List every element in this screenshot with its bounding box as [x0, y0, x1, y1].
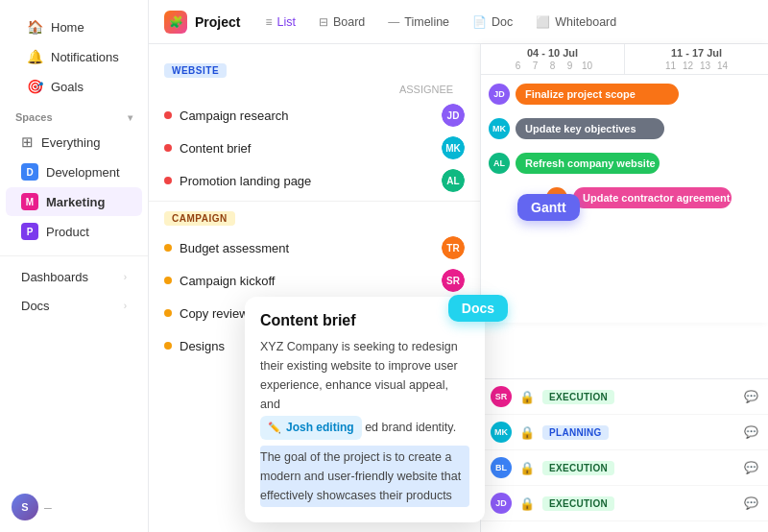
sidebar-bottom: Dashboards › Docs › — [0, 255, 148, 320]
avatar: JD — [489, 84, 510, 105]
docs-panel: Docs Content brief XYZ Company is seekin… — [245, 297, 485, 522]
status-badge: EXECUTION — [542, 390, 614, 404]
goals-icon: 🎯 — [27, 79, 43, 94]
avatar: BL — [491, 457, 512, 478]
week2-label: 11 - 17 Jul — [671, 47, 722, 59]
timeline-icon: — — [388, 15, 399, 29]
home-icon: 🏠 — [27, 19, 43, 35]
docs-panel-text: XYZ Company is seeking to redesign their… — [260, 337, 469, 507]
grid-icon: ⊞ — [21, 133, 34, 151]
project-icon: 🧩 — [164, 11, 187, 34]
spaces-section-label: Spaces ▾ — [0, 102, 148, 127]
board-icon: ⊟ — [319, 15, 328, 29]
priority-dot — [164, 111, 172, 119]
tab-doc[interactable]: 📄 Doc — [463, 11, 522, 34]
avatar: TR — [442, 236, 465, 259]
comment-icon: 💬 — [744, 461, 758, 474]
sidebar-item-docs[interactable]: Docs › — [6, 292, 142, 320]
task-row[interactable]: Campaign kickoff SR — [149, 264, 480, 297]
sidebar: 🏠 Home 🔔 Notifications 🎯 Goals Spaces ▾ … — [0, 0, 149, 532]
gantt-bar: Finalize project scope — [516, 84, 679, 105]
status-badge: EXECUTION — [542, 461, 614, 475]
sidebar-item-marketing[interactable]: M Marketing — [6, 187, 142, 216]
whiteboard-icon: ⬜ — [536, 15, 550, 29]
task-row[interactable]: Promotion landing page AL — [149, 164, 480, 197]
development-icon: D — [21, 163, 38, 181]
top-nav: 🧩 Project ≡ List ⊟ Board — Timeline 📄 Do… — [149, 0, 768, 44]
josh-editing-badge: ✏️ Josh editing — [260, 416, 362, 440]
list-icon: ≡ — [265, 15, 272, 29]
status-row: BL 🔒 EXECUTION 💬 — [481, 450, 768, 486]
priority-dot — [164, 177, 172, 184]
docs-panel-title: Content brief — [260, 312, 469, 329]
column-headers: ASSIGNEE — [149, 84, 480, 99]
pencil-icon: ✏️ — [268, 420, 281, 437]
tab-timeline[interactable]: — Timeline — [378, 11, 459, 34]
avatar: SR — [442, 269, 465, 292]
avatar: MK — [491, 422, 512, 443]
tab-whiteboard[interactable]: ⬜ Whiteboard — [526, 11, 626, 34]
gantt-bar: Update contractor agreement — [573, 187, 732, 208]
sidebar-item-notifications[interactable]: 🔔 Notifications — [12, 42, 136, 71]
gantt-rows: JD Finalize project scope MK Update key … — [481, 75, 768, 217]
status-row: SR 🔒 EXECUTION 💬 — [481, 379, 768, 415]
priority-dot — [164, 244, 172, 252]
tab-board[interactable]: ⊟ Board — [309, 11, 374, 34]
gantt-header: 04 - 10 Jul 6 7 8 9 10 11 - 17 Jul 11 12… — [481, 44, 768, 75]
task-row[interactable]: Campaign research JD — [149, 99, 480, 132]
lock-icon: 🔒 — [519, 461, 535, 475]
avatar: JD — [491, 493, 512, 514]
tab-list[interactable]: ≡ List — [255, 11, 304, 34]
user-avatar-area[interactable]: S – — [12, 494, 52, 520]
bell-icon: 🔔 — [27, 49, 43, 64]
task-row[interactable]: Content brief MK — [149, 132, 480, 164]
status-row: MK 🔒 PLANNING 💬 — [481, 415, 768, 450]
avatar: JD — [442, 104, 465, 127]
highlighted-text: The goal of the project is to create a m… — [260, 446, 469, 507]
priority-dot — [164, 342, 172, 350]
sidebar-item-home[interactable]: 🏠 Home — [12, 12, 136, 41]
avatar: S — [12, 494, 38, 520]
gantt-row: JD Finalize project scope — [489, 81, 760, 108]
gantt-tooltip-badge: Gantt — [517, 194, 580, 221]
status-rows-area: SR 🔒 EXECUTION 💬 MK 🔒 PLANNING 💬 BL 🔒 EX… — [480, 378, 768, 532]
product-icon: P — [21, 223, 38, 240]
avatar: AL — [489, 153, 510, 174]
dashboards-label: Dashboards — [21, 270, 88, 284]
sidebar-item-goals[interactable]: 🎯 Goals — [12, 72, 136, 101]
project-title: Project — [195, 14, 240, 30]
gantt-row: MK Update key objectives — [489, 115, 760, 142]
sidebar-item-product[interactable]: P Product — [6, 217, 142, 246]
main-content: 🧩 Project ≡ List ⊟ Board — Timeline 📄 Do… — [149, 0, 768, 532]
avatar: MK — [442, 136, 465, 159]
avatar: AL — [442, 169, 465, 192]
group-campaign-header: CAMPAIGN — [149, 206, 480, 231]
gantt-overlay: 04 - 10 Jul 6 7 8 9 10 11 - 17 Jul 11 12… — [480, 44, 768, 323]
avatar: SR — [491, 386, 512, 407]
avatar: MK — [489, 118, 510, 139]
gantt-bar: Update key objectives — [516, 118, 664, 139]
gantt-bar: Refresh company website — [516, 153, 660, 174]
gantt-row: AL Refresh company website — [489, 150, 760, 177]
sidebar-item-development[interactable]: D Development — [6, 157, 142, 186]
status-badge: PLANNING — [542, 425, 609, 440]
priority-dot — [164, 144, 172, 152]
status-row: JD 🔒 EXECUTION 💬 — [481, 486, 768, 521]
doc-icon: 📄 — [472, 15, 487, 29]
sidebar-item-dashboards[interactable]: Dashboards › — [6, 263, 142, 291]
group-website-header: WEBSITE — [149, 58, 480, 84]
spaces-chevron-icon: ▾ — [128, 112, 132, 123]
sidebar-item-everything[interactable]: ⊞ Everything — [6, 128, 142, 157]
comment-icon: 💬 — [744, 390, 758, 403]
docs-tooltip-badge: Docs — [448, 295, 508, 322]
lock-icon: 🔒 — [519, 496, 535, 511]
week1-label: 04 - 10 Jul — [527, 47, 578, 59]
task-row[interactable]: Budget assessment TR — [149, 231, 480, 264]
comment-icon: 💬 — [744, 496, 758, 510]
campaign-badge: CAMPAIGN — [164, 211, 235, 226]
priority-dot — [164, 309, 172, 317]
status-badge: EXECUTION — [542, 496, 614, 511]
website-badge: WEBSITE — [164, 63, 227, 78]
lock-icon: 🔒 — [519, 390, 535, 404]
comment-icon: 💬 — [744, 425, 758, 439]
